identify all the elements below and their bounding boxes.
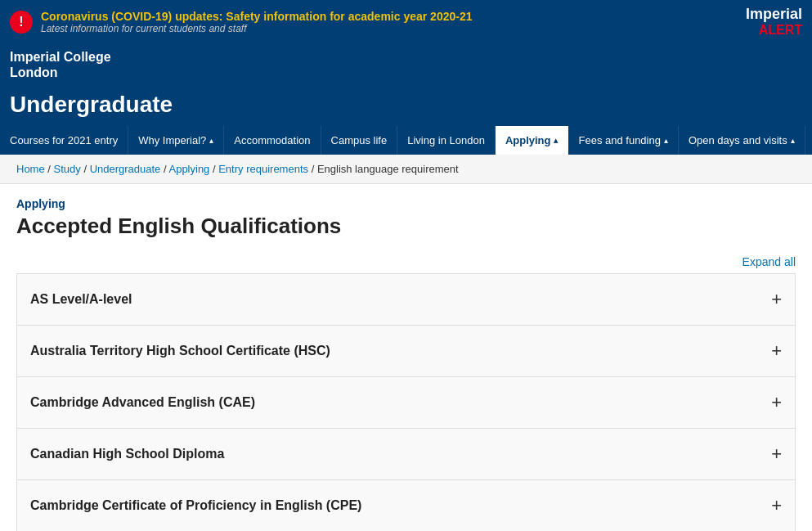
accordion-label: Cambridge Advanced English (CAE) — [30, 395, 255, 410]
chevron-down-icon: ▴ — [209, 136, 213, 145]
breadcrumb-link[interactable]: Home — [16, 163, 45, 175]
breadcrumb-link[interactable]: Study — [54, 163, 81, 175]
nav-item-living-in-london[interactable]: Living in London — [397, 126, 496, 155]
chevron-down-icon: ▴ — [554, 136, 558, 145]
accordion-expand-icon: + — [771, 289, 782, 310]
breadcrumb-link[interactable]: Entry requirements — [218, 163, 308, 175]
nav-item-label: Campus life — [331, 134, 388, 146]
alert-brand: Imperial ALERT — [746, 7, 802, 38]
chevron-down-icon: ▴ — [791, 136, 795, 145]
accordion-item[interactable]: Cambridge Certificate of Proficiency in … — [16, 479, 796, 531]
nav-item-accommodation[interactable]: Accommodation — [224, 126, 321, 155]
breadcrumb-link[interactable]: Undergraduate — [90, 163, 161, 175]
accordion: AS Level/A-level+Australia Territory Hig… — [16, 273, 796, 531]
alert-banner: ! Coronavirus (COVID-19) updates: Safety… — [0, 0, 812, 44]
alert-icon: ! — [10, 11, 33, 34]
page-section-label: Applying — [16, 197, 796, 210]
alert-brand-name: Imperial — [746, 7, 802, 23]
site-header: Imperial College London — [0, 44, 812, 88]
nav-item-fees-and-funding[interactable]: Fees and funding▴ — [568, 126, 678, 155]
accordion-expand-icon: + — [771, 495, 782, 516]
breadcrumb-separator: / — [45, 163, 54, 175]
nav-item-label: Applying — [505, 134, 551, 146]
expand-all-row: Expand all — [16, 247, 796, 273]
breadcrumb-link[interactable]: Applying — [168, 163, 209, 175]
accordion-item[interactable]: AS Level/A-level+ — [16, 273, 796, 325]
accordion-expand-icon: + — [771, 340, 782, 362]
site-title: Undergraduate — [0, 88, 812, 126]
expand-all-link[interactable]: Expand all — [742, 255, 796, 268]
breadcrumb: Home / Study / Undergraduate / Applying … — [0, 155, 812, 184]
accordion-label: Cambridge Certificate of Proficiency in … — [30, 498, 361, 513]
alert-main-text: Coronavirus (COVID-19) updates: Safety i… — [41, 10, 473, 23]
logo-line2: London — [10, 65, 802, 80]
nav-item-label: Courses for 2021 entry — [10, 134, 118, 146]
accordion-label: Australia Territory High School Certific… — [30, 344, 330, 358]
logo-line1: Imperial College — [10, 49, 802, 65]
page-main-title: Accepted English Qualifications — [16, 214, 796, 239]
nav-item-applying[interactable]: Applying▴ — [496, 126, 569, 155]
nav-item-campus-life[interactable]: Campus life — [321, 126, 398, 155]
main-nav: Courses for 2021 entryWhy Imperial?▴Acco… — [0, 126, 812, 155]
nav-item-courses-for-2021-entry[interactable]: Courses for 2021 entry — [0, 126, 128, 155]
nav-item-label: Accommodation — [234, 134, 310, 146]
nav-item-why-imperial-[interactable]: Why Imperial?▴ — [128, 126, 224, 155]
accordion-label: AS Level/A-level — [30, 292, 132, 307]
accordion-label: Canadian High School Diploma — [30, 447, 224, 461]
site-logo[interactable]: Imperial College London — [10, 49, 802, 80]
nav-item-label: Fees and funding — [578, 134, 660, 146]
breadcrumb-separator: / — [209, 163, 218, 175]
nav-item-open-days-and-visits[interactable]: Open days and visits▴ — [679, 126, 805, 155]
breadcrumb-separator: / — [308, 163, 317, 175]
alert-brand-alert: ALERT — [746, 23, 802, 38]
accordion-item[interactable]: Australia Territory High School Certific… — [16, 325, 796, 376]
nav-item-label: Living in London — [407, 134, 485, 146]
alert-text-block: Coronavirus (COVID-19) updates: Safety i… — [41, 10, 473, 34]
nav-item-label: Why Imperial? — [138, 134, 206, 146]
alert-left: ! Coronavirus (COVID-19) updates: Safety… — [10, 10, 473, 34]
breadcrumb-separator: / — [160, 163, 168, 175]
accordion-expand-icon: + — [771, 443, 782, 465]
accordion-item[interactable]: Canadian High School Diploma+ — [16, 428, 796, 479]
chevron-down-icon: ▴ — [664, 136, 668, 145]
breadcrumb-current: English language requirement — [317, 163, 459, 175]
content-area: Expand all AS Level/A-level+Australia Te… — [0, 247, 812, 531]
accordion-expand-icon: + — [771, 392, 782, 413]
page-header: Applying Accepted English Qualifications — [0, 184, 812, 247]
breadcrumb-separator: / — [81, 163, 90, 175]
nav-item-label: Open days and visits — [689, 134, 787, 146]
alert-sub-text: Latest information for current students … — [41, 23, 473, 34]
accordion-item[interactable]: Cambridge Advanced English (CAE)+ — [16, 376, 796, 428]
